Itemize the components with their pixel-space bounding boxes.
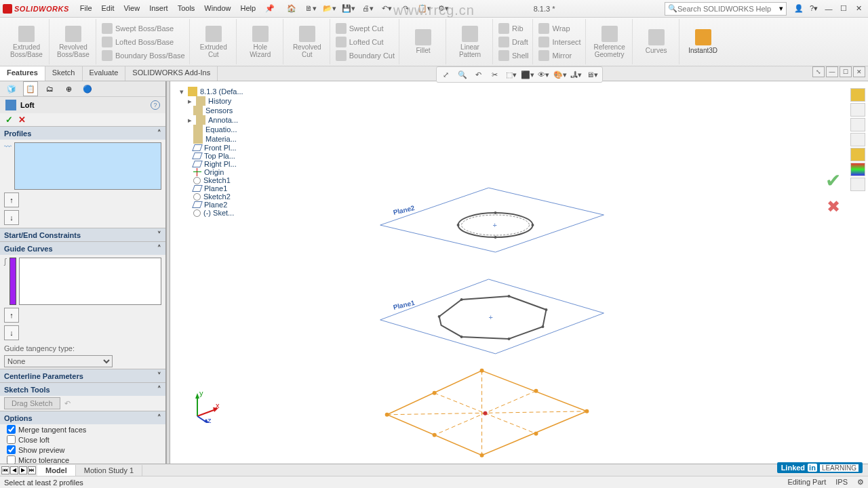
- pm-ok-button[interactable]: ✓: [5, 115, 13, 125]
- section-sketch-tools[interactable]: Sketch Tools˄: [0, 382, 165, 396]
- drag-sketch-button[interactable]: Drag Sketch: [4, 397, 60, 409]
- vp-close-button[interactable]: ✕: [853, 66, 865, 77]
- user-icon[interactable]: 👤: [792, 3, 806, 15]
- tree-plane2[interactable]: Plane2: [204, 201, 227, 209]
- open-button[interactable]: 📂▾: [322, 1, 337, 16]
- reference-geometry-button[interactable]: ReferenceGeometry: [591, 26, 628, 58]
- extruded-cut-button[interactable]: ExtrudedCut: [195, 26, 232, 58]
- dimxpert-manager-tab-icon[interactable]: ⊕: [61, 81, 76, 96]
- tab-nav-next[interactable]: ▶: [19, 466, 27, 474]
- plane1-graphic[interactable]: Plane1 +: [380, 279, 604, 354]
- profiles-list[interactable]: [14, 142, 161, 190]
- display-style-button[interactable]: ⬛▾: [521, 68, 534, 81]
- home-button[interactable]: 🏠: [284, 1, 299, 16]
- appearances-icon[interactable]: [850, 148, 865, 161]
- vp-expand-button[interactable]: ⤡: [812, 66, 825, 77]
- tree-front-plane[interactable]: Front Pl...: [204, 144, 237, 152]
- swept-boss-button[interactable]: Swept Boss/Base: [100, 22, 175, 35]
- tree-sensors[interactable]: Sensors: [205, 106, 233, 115]
- tab-model[interactable]: Model: [37, 465, 76, 476]
- mirror-button[interactable]: Mirror: [537, 49, 573, 62]
- boundary-boss-button[interactable]: Boundary Boss/Base: [100, 49, 186, 62]
- pm-cancel-button[interactable]: ✕: [18, 115, 26, 125]
- search-dropdown-icon[interactable]: ▾: [779, 4, 783, 13]
- extruded-boss-button[interactable]: ExtrudedBoss/Base: [8, 26, 45, 58]
- menu-tools[interactable]: Tools: [174, 2, 199, 15]
- menu-file[interactable]: File: [76, 2, 96, 15]
- tab-nav-prev[interactable]: ◀: [10, 466, 18, 474]
- section-view-button[interactable]: ✂: [488, 68, 502, 81]
- close-button[interactable]: ✕: [852, 3, 865, 15]
- tree-right-plane[interactable]: Right Pl...: [204, 160, 237, 168]
- solidworks-resources-icon[interactable]: [850, 88, 865, 102]
- hole-wizard-button[interactable]: HoleWizard: [242, 26, 279, 58]
- curves-button[interactable]: Curves: [638, 29, 675, 54]
- configuration-manager-tab-icon[interactable]: 🗂: [42, 81, 57, 96]
- graphics-viewport[interactable]: ⤢ 🔍 ↶ ✂ ⬚▾ ⬛▾ 👁▾ 🎨▾ 🏞▾ 🖥▾ ⤡ — ☐ ✕ ✔ ✖: [170, 81, 868, 464]
- property-manager-tab-icon[interactable]: 📋: [23, 81, 38, 96]
- show-preview-checkbox[interactable]: Show preview: [0, 445, 165, 455]
- menu-window[interactable]: Window: [200, 2, 235, 15]
- revolved-boss-button[interactable]: RevolvedBoss/Base: [55, 26, 92, 58]
- custom-properties-icon[interactable]: [850, 163, 865, 176]
- merge-tangent-checkbox[interactable]: Merge tangent faces: [0, 424, 165, 434]
- close-loft-checkbox[interactable]: Close loft: [0, 434, 165, 445]
- tab-addins[interactable]: SOLIDWORKS Add-Ins: [125, 66, 218, 81]
- tree-annotations[interactable]: Annota...: [208, 116, 238, 124]
- plane2-graphic[interactable]: Plane2 +: [380, 188, 604, 252]
- redo-button[interactable]: ↷: [398, 1, 413, 16]
- zoom-fit-button[interactable]: ⤢: [439, 68, 453, 81]
- tab-motion-study[interactable]: Motion Study 1: [76, 465, 142, 476]
- fillet-button[interactable]: Fillet: [405, 29, 441, 54]
- tab-evaluate[interactable]: Evaluate: [83, 66, 126, 81]
- tab-features[interactable]: Features: [0, 66, 45, 81]
- print-button[interactable]: 🖨▾: [360, 1, 375, 16]
- tree-equations[interactable]: Equatio...: [205, 125, 237, 134]
- guide-move-down-button[interactable]: ↓: [4, 325, 19, 340]
- menu-pin-icon[interactable]: 📌: [261, 2, 279, 15]
- options-gear-icon[interactable]: ⚙▾: [436, 1, 451, 16]
- draft-button[interactable]: Draft: [497, 35, 530, 49]
- intersect-button[interactable]: Intersect: [537, 35, 582, 49]
- guide-tangency-select[interactable]: None: [4, 355, 113, 367]
- swept-cut-button[interactable]: Swept Cut: [334, 22, 385, 35]
- shell-button[interactable]: Shell: [497, 49, 530, 62]
- edit-appearance-button[interactable]: 🎨▾: [553, 68, 567, 81]
- pm-help-icon[interactable]: ?: [151, 100, 160, 110]
- apply-scene-button[interactable]: 🏞▾: [570, 68, 583, 81]
- feature-manager-tab-icon[interactable]: 🧊: [4, 81, 19, 96]
- tree-sketch1[interactable]: Sketch1: [203, 176, 231, 184]
- section-start-end[interactable]: Start/End Constraints˅: [0, 228, 165, 241]
- zoom-area-button[interactable]: 🔍: [456, 68, 469, 81]
- wrap-button[interactable]: Wrap: [537, 22, 571, 35]
- flyout-feature-tree[interactable]: ▾8.1.3 (Defa... ▸History Sensors ▸Annota…: [178, 87, 273, 217]
- tab-nav-first[interactable]: ⏮: [1, 466, 9, 474]
- section-centerline[interactable]: Centerline Parameters˅: [0, 369, 165, 382]
- tree-history[interactable]: History: [208, 97, 231, 105]
- lofted-boss-button[interactable]: Lofted Boss/Base: [100, 35, 175, 49]
- tree-sketch3[interactable]: (-) Sket...: [203, 209, 234, 217]
- profile-move-up-button[interactable]: ↑: [4, 192, 19, 207]
- vp-maximize-button[interactable]: ☐: [840, 66, 852, 77]
- display-manager-tab-icon[interactable]: 🔵: [80, 81, 95, 96]
- menu-help[interactable]: Help: [236, 2, 260, 15]
- status-units[interactable]: IPS: [835, 478, 848, 487]
- rebuild-button[interactable]: 📋▾: [417, 1, 432, 16]
- tree-root[interactable]: 8.1.3 (Defa...: [200, 87, 243, 96]
- section-guide-curves[interactable]: Guide Curves˄: [0, 241, 165, 255]
- tree-plane1[interactable]: Plane1: [204, 184, 227, 192]
- forum-icon[interactable]: [850, 178, 865, 191]
- menu-view[interactable]: View: [119, 2, 144, 15]
- section-options[interactable]: Options˄: [0, 411, 165, 424]
- tree-material[interactable]: Materia...: [205, 135, 237, 143]
- micro-tolerance-checkbox[interactable]: Micro tolerance: [0, 455, 165, 464]
- lofted-cut-button[interactable]: Lofted Cut: [334, 35, 385, 49]
- menu-edit[interactable]: Edit: [98, 2, 119, 15]
- undo-button[interactable]: ↶▾: [379, 1, 394, 16]
- guide-move-up-button[interactable]: ↑: [4, 308, 19, 323]
- design-library-icon[interactable]: [850, 103, 865, 117]
- boundary-cut-button[interactable]: Boundary Cut: [334, 49, 396, 62]
- search-input[interactable]: [677, 5, 779, 13]
- hide-show-button[interactable]: 👁▾: [537, 68, 551, 81]
- tree-top-plane[interactable]: Top Pla...: [204, 152, 235, 160]
